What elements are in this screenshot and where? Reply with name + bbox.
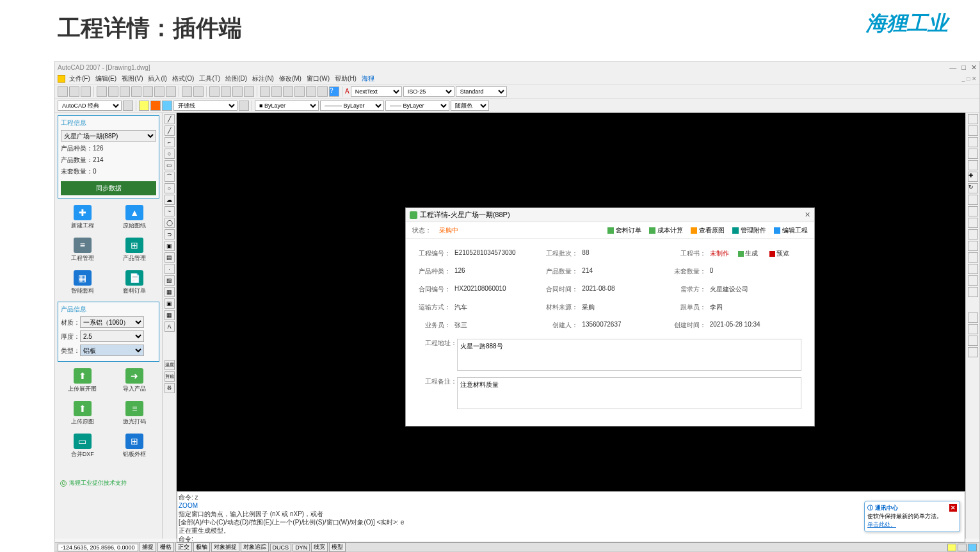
preview-button[interactable]: 预览 [769, 249, 789, 258]
redo-icon[interactable] [193, 86, 204, 97]
open-icon[interactable] [69, 86, 79, 97]
copy-icon[interactable] [143, 86, 153, 97]
popup-close-icon[interactable]: ✕ [949, 504, 957, 512]
dim1-icon[interactable] [968, 313, 978, 323]
menu-help[interactable]: 帮助(H) [333, 74, 358, 83]
ws-icon[interactable] [123, 101, 133, 111]
nest-order-button[interactable]: 📄套料订单 [110, 268, 160, 298]
otrack-toggle[interactable]: 对象追踪 [241, 542, 269, 552]
pan-icon[interactable] [209, 86, 220, 97]
cut-icon[interactable] [131, 86, 141, 97]
upload-expand-button[interactable]: ⬆上传展开图 [58, 366, 108, 396]
fillet-icon[interactable] [968, 275, 978, 286]
polygon-icon[interactable]: ○ [165, 149, 175, 159]
tools-icon[interactable]: 器 [165, 383, 175, 393]
remark-textarea[interactable] [457, 377, 801, 409]
insert-icon[interactable]: ▣ [165, 241, 175, 251]
pline-icon[interactable]: ⌐ [165, 137, 175, 147]
menu-file[interactable]: 文件(F) [68, 74, 92, 83]
menu-draw[interactable]: 绘图(D) [224, 74, 248, 83]
explode-icon[interactable] [968, 287, 978, 297]
dialog-close-icon[interactable]: ✕ [805, 211, 810, 219]
dimstyle-select[interactable]: ISO-25 [403, 86, 454, 97]
preview-icon[interactable] [108, 86, 118, 97]
scale-icon[interactable] [968, 195, 978, 205]
cost-calc-button[interactable]: 成本计算 [649, 226, 683, 235]
props-icon[interactable] [260, 86, 270, 97]
view-orig-button[interactable]: 查看原图 [691, 226, 725, 235]
upload-orig-button[interactable]: ⬆上传原图 [58, 398, 108, 428]
save-icon[interactable] [81, 86, 91, 97]
frame-button[interactable]: ⊞铝板外框 [110, 431, 160, 461]
gradient-icon[interactable]: ▦ [165, 287, 175, 297]
revcloud-icon[interactable]: ☁ [165, 195, 175, 205]
tray-clean-icon[interactable] [968, 544, 977, 551]
clip-icon[interactable]: 剪贴 [165, 371, 175, 382]
trim-icon[interactable] [968, 218, 978, 228]
dim2-icon[interactable] [968, 324, 978, 334]
print-icon[interactable] [97, 86, 107, 97]
sheet-icon[interactable] [294, 86, 305, 97]
merge-dxf-button[interactable]: ▭合并DXF [58, 431, 108, 461]
dim4-icon[interactable] [968, 347, 978, 357]
join-icon[interactable] [968, 252, 978, 263]
menu-view[interactable]: 视图(V) [120, 74, 144, 83]
lweight-select[interactable]: —— ByLayer [385, 101, 449, 111]
new-icon[interactable] [58, 86, 68, 97]
plotstyle-select[interactable]: 随颜色 [451, 101, 489, 111]
ducs-toggle[interactable]: DUCS [270, 544, 292, 551]
temp-icon[interactable]: 温度 [165, 360, 175, 370]
circle-icon[interactable]: ○ [165, 183, 175, 193]
edit-project-button[interactable]: 编辑工程 [774, 226, 808, 235]
zoomw-icon[interactable] [232, 86, 243, 97]
erase-icon[interactable] [968, 114, 978, 124]
match-icon[interactable] [166, 86, 176, 97]
dc-icon[interactable] [271, 86, 282, 97]
paste-icon[interactable] [154, 86, 165, 97]
textstyle-select[interactable]: NextText [351, 86, 402, 97]
markup-icon[interactable] [306, 86, 316, 97]
spline-icon[interactable]: ~ [165, 206, 175, 216]
layer2-icon[interactable] [150, 101, 161, 111]
layer3-icon[interactable] [162, 101, 172, 111]
address-textarea[interactable] [457, 339, 801, 371]
ltype-select[interactable]: ——— ByLayer [320, 101, 384, 111]
product-mgr-button[interactable]: ⊞产品管理 [110, 235, 160, 265]
layer-select[interactable]: 开缝线 [173, 101, 237, 111]
manage-attach-button[interactable]: 管理附件 [732, 226, 766, 235]
zoomp-icon[interactable] [244, 86, 254, 97]
menu-insert[interactable]: 插入(I) [147, 74, 168, 83]
tray-comm-icon[interactable] [947, 544, 956, 551]
smart-nest-button[interactable]: ▦智能套料 [58, 268, 108, 298]
dyn-toggle[interactable]: DYN [293, 544, 310, 551]
line-icon[interactable]: ╱ [165, 114, 175, 124]
import-product-button[interactable]: ➜导入产品 [110, 366, 160, 396]
stretch-icon[interactable] [968, 206, 978, 216]
break-icon[interactable] [968, 241, 978, 251]
snap-toggle[interactable]: 捕捉 [140, 542, 156, 552]
region-icon[interactable]: ▣ [165, 298, 175, 309]
dim3-icon[interactable] [968, 336, 978, 346]
doc-controls[interactable]: _ □ ✕ [962, 76, 977, 82]
table-icon[interactable]: ▦ [165, 310, 175, 320]
polar-toggle[interactable]: 极轴 [193, 542, 210, 552]
arc-icon[interactable]: ⌒ [165, 172, 175, 182]
xline-icon[interactable]: ╱ [165, 126, 175, 136]
original-drawing-button[interactable]: ▲原始图纸 [110, 202, 160, 232]
new-project-button[interactable]: ✚新建工程 [58, 202, 108, 232]
minimize-icon[interactable]: — [949, 63, 956, 72]
tool-icon[interactable] [283, 86, 293, 97]
ortho-toggle[interactable]: 正交 [175, 542, 192, 552]
mtext-icon[interactable]: A [165, 321, 175, 332]
zoom-icon[interactable] [221, 86, 231, 97]
layer-icon[interactable] [139, 101, 149, 111]
thickness-select[interactable]: 2.5 [80, 330, 144, 342]
chamfer-icon[interactable] [968, 264, 978, 274]
menu-dim[interactable]: 标注(N) [251, 74, 275, 83]
move-icon[interactable]: ✚ [968, 172, 978, 182]
workspace-select[interactable]: AutoCAD 经典 [58, 101, 122, 111]
menu-tools[interactable]: 工具(T) [198, 74, 221, 83]
offset-icon[interactable] [968, 149, 978, 159]
ellipsearc-icon[interactable]: ⊃ [165, 229, 175, 239]
copy2-icon[interactable] [968, 126, 978, 136]
